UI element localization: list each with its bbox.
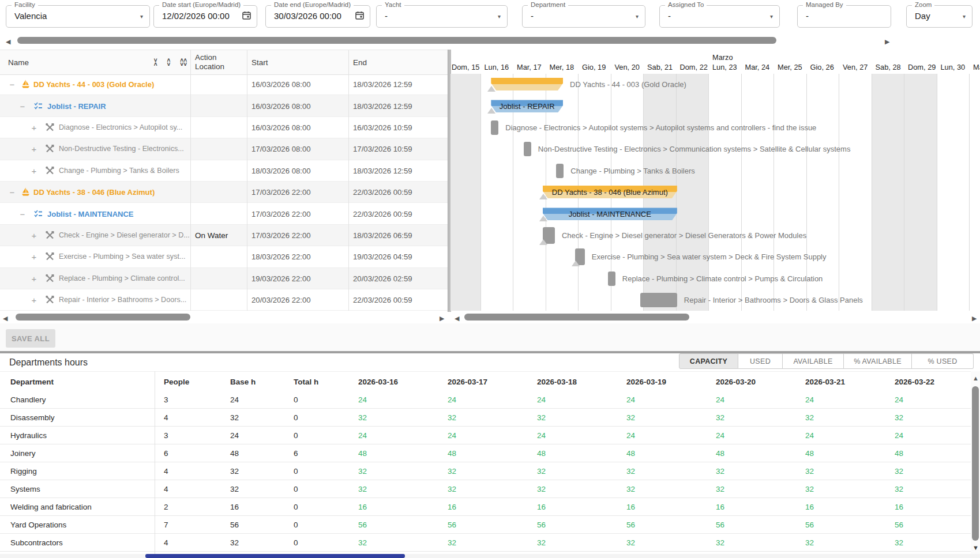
tree-row[interactable]: −DD Yachts - 44 - 003 (Gold Oracle)16/03… [0,74,448,95]
expand-icon[interactable]: + [30,252,38,262]
tree-row[interactable]: +Non-Destructive Testing - Electronics..… [0,138,448,160]
tree-row[interactable]: −Joblist - MAINTENANCE17/03/2026 22:0022… [0,203,448,224]
expand-icon[interactable]: + [30,122,38,132]
table-hscrollbar[interactable] [0,554,980,558]
scroll-left-icon[interactable]: ◀ [6,38,10,45]
calendar-icon[interactable] [242,10,251,22]
row-name: DD Yachts - 44 - 003 (Gold Oracle) [33,80,189,89]
cell-value: 0 [294,534,347,552]
collapse-icon[interactable]: − [8,80,16,89]
expand-icon[interactable]: + [30,295,38,305]
tab-available[interactable]: AVAILABLE [783,353,844,369]
cell-department: Systems [10,480,153,498]
joblist-bar[interactable]: Joblist - REPAIR [491,100,563,112]
column-header-start[interactable]: Start [251,50,344,74]
expand-icon[interactable]: + [30,165,38,175]
chevron-down-icon[interactable]: ▾ [963,13,966,20]
cell-department: Joinery [10,444,153,462]
departments-title: Departments hours [9,357,88,368]
table-vscrollbar[interactable]: ▲ ▼ [971,371,980,558]
toolbar-field-assigned-to[interactable]: Assigned To-▾ [659,5,780,28]
joblist-bar[interactable]: Joblist - MAINTENANCE [543,208,677,220]
expand-icon[interactable]: + [30,144,38,154]
column-border [247,50,247,74]
tree-row[interactable]: −Joblist - REPAIR16/03/2026 08:0018/03/2… [0,95,448,116]
row-end: 18/03/2026 12:59 [353,166,412,175]
column-label: Name [8,58,29,67]
grid-scroll-left-icon[interactable]: ◀ [3,315,7,322]
toolbar-field-date-start-europe-madrid-[interactable]: Date start (Europe/Madrid)12/02/2026 00:… [153,5,257,28]
task-bar[interactable] [640,293,677,307]
chevron-down-icon[interactable]: ▾ [498,13,501,20]
parent-bar[interactable] [491,78,563,91]
timeline-hscrollbar-top[interactable]: ◀ ▶ [0,36,980,47]
tree-row[interactable]: +Diagnose - Electronics > Autopilot sy..… [0,117,448,138]
column-header-end[interactable]: End [353,50,443,74]
cell-value: 4 [164,462,219,480]
collapse-all-icon[interactable]: ˅˄ [154,58,157,66]
cell-value: 56 [626,516,704,534]
expand-icon[interactable]: ˄˅ [167,58,170,66]
tab-used[interactable]: USED [738,353,783,369]
task-bar[interactable] [608,272,615,286]
day-header-label: Mar, 24 [745,63,770,71]
chevron-down-icon[interactable]: ▾ [636,13,639,20]
tools-icon [45,295,55,305]
toolbar-field-zoom[interactable]: ZoomDay▾ [906,5,973,28]
tree-row[interactable]: +Repair - Interior > Bathrooms > Doors..… [0,289,448,311]
tree-row[interactable]: −DD Yachts - 38 - 046 (Blue Azimut)17/03… [0,182,448,203]
cell-value: 32 [716,480,794,498]
scrollbar-thumb[interactable] [17,37,776,44]
chart-scroll-right-icon[interactable]: ▶ [972,315,977,322]
scroll-down-icon[interactable]: ▼ [973,544,979,551]
task-icon [45,122,55,132]
row-start: 16/03/2026 08:00 [251,101,311,110]
departments-panel: Departments hours CAPACITYUSEDAVAILABLE%… [0,353,980,558]
scroll-up-icon[interactable]: ▲ [973,375,979,382]
save-all-button[interactable]: SAVE ALL [6,329,55,348]
collapse-icon[interactable]: − [8,187,16,197]
parent-bar[interactable]: DD Yachts - 38 - 046 (Blue Azimut) [543,186,677,198]
tab-capacity[interactable]: CAPACITY [679,353,738,369]
task-bar[interactable] [491,120,498,135]
toolbar-field-yacht[interactable]: Yacht-▾ [376,5,508,28]
scroll-right-icon[interactable]: ▶ [885,38,889,45]
collapse-icon[interactable]: − [18,101,27,111]
table-header-2026-03-17: 2026-03-17 [448,372,525,391]
toolbar-field-department[interactable]: Department-▾ [522,5,645,28]
cell-value: 24 [448,391,525,409]
toolbar-field-date-end-europe-madrid-[interactable]: Date end (Europe/Madrid)30/03/2026 00:00 [265,5,370,28]
tree-row[interactable]: +Check - Engine > Diesel generator > D..… [0,225,448,246]
joblist-icon [33,101,43,111]
tree-row[interactable]: +Change - Plumbing > Tanks & Boilers18/0… [0,160,448,182]
tab--available[interactable]: % AVAILABLE [844,353,912,369]
task-icon [45,252,55,262]
collapse-icon[interactable]: − [18,209,27,218]
task-bar[interactable] [556,164,564,178]
task-bar[interactable] [524,142,531,156]
expand-icon[interactable]: + [30,273,38,283]
grid-hscroll-thumb[interactable] [16,314,190,321]
chevron-down-icon[interactable]: ▾ [770,13,773,20]
cell-value: 48 [805,444,883,462]
grid-scroll-right-icon[interactable]: ▶ [440,315,444,322]
toolbar-field-managed-by[interactable]: Managed By- [797,5,891,28]
table-hscroll-thumb[interactable] [145,554,405,558]
table-vscroll-thumb[interactable] [972,386,979,541]
chart-hscroll-thumb[interactable] [464,314,689,321]
column-border [348,225,349,246]
chart-scroll-left-icon[interactable]: ◀ [455,315,459,322]
expand-icon[interactable]: + [30,230,38,240]
toolbar-field-facility[interactable]: FacilityValencia▾ [6,5,150,28]
bar-label: Repair - Interior > Bathrooms > Doors & … [684,296,863,304]
field-value: Valencia [14,11,47,21]
cell-value: 32 [230,480,282,498]
tree-row[interactable]: +Exercise - Plumbing > Sea water syst...… [0,246,448,267]
tab--used[interactable]: % USED [912,353,974,369]
calendar-icon[interactable] [355,10,365,22]
column-header-name[interactable]: Name˅˄˄˅˄˄˅˅ [8,50,187,74]
chevron-down-icon[interactable]: ▾ [140,13,143,20]
expand-all-icon[interactable]: ˄˄˅˅ [180,58,187,66]
column-header-action-location[interactable]: Action Location [195,50,242,74]
tree-row[interactable]: +Replace - Plumbing > Climate control...… [0,268,448,289]
